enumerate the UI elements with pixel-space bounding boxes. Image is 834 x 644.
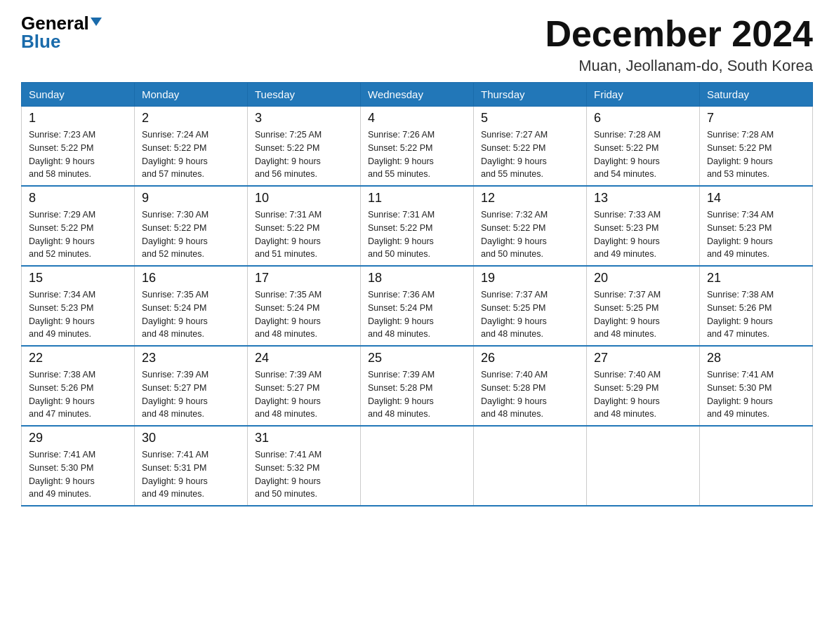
logo-general-text: General [21,14,89,32]
day-number: 20 [594,271,692,286]
day-number: 25 [368,351,466,365]
day-info: Sunrise: 7:32 AM Sunset: 5:22 PM Dayligh… [481,208,579,261]
day-number: 18 [368,271,466,286]
header-friday: Friday [587,83,700,107]
day-info: Sunrise: 7:39 AM Sunset: 5:28 PM Dayligh… [368,368,466,421]
calendar-cell: 23 Sunrise: 7:39 AM Sunset: 5:27 PM Dayl… [135,346,248,426]
calendar-cell: 20 Sunrise: 7:37 AM Sunset: 5:25 PM Dayl… [587,266,700,346]
subtitle: Muan, Jeollanam-do, South Korea [545,57,813,75]
day-info: Sunrise: 7:28 AM Sunset: 5:22 PM Dayligh… [594,128,692,181]
main-title: December 2024 [545,14,813,54]
week-row-2: 8 Sunrise: 7:29 AM Sunset: 5:22 PM Dayli… [22,186,813,266]
day-number: 28 [707,351,805,365]
day-info: Sunrise: 7:38 AM Sunset: 5:26 PM Dayligh… [29,368,127,421]
day-info: Sunrise: 7:29 AM Sunset: 5:22 PM Dayligh… [29,208,127,261]
day-number: 3 [255,111,353,126]
day-info: Sunrise: 7:41 AM Sunset: 5:30 PM Dayligh… [29,448,127,501]
logo-blue-text: Blue [21,32,60,51]
week-row-5: 29 Sunrise: 7:41 AM Sunset: 5:30 PM Dayl… [22,426,813,506]
day-info: Sunrise: 7:30 AM Sunset: 5:22 PM Dayligh… [142,208,240,261]
day-number: 14 [707,191,805,206]
day-info: Sunrise: 7:33 AM Sunset: 5:23 PM Dayligh… [594,208,692,261]
day-number: 21 [707,271,805,286]
calendar-cell: 14 Sunrise: 7:34 AM Sunset: 5:23 PM Dayl… [700,186,813,266]
day-info: Sunrise: 7:24 AM Sunset: 5:22 PM Dayligh… [142,128,240,181]
calendar-cell: 11 Sunrise: 7:31 AM Sunset: 5:22 PM Dayl… [361,186,474,266]
day-number: 24 [255,351,353,365]
header-thursday: Thursday [474,83,587,107]
calendar-cell: 1 Sunrise: 7:23 AM Sunset: 5:22 PM Dayli… [22,107,135,187]
calendar-cell: 19 Sunrise: 7:37 AM Sunset: 5:25 PM Dayl… [474,266,587,346]
day-info: Sunrise: 7:37 AM Sunset: 5:25 PM Dayligh… [481,288,579,341]
calendar-cell: 18 Sunrise: 7:36 AM Sunset: 5:24 PM Dayl… [361,266,474,346]
day-info: Sunrise: 7:23 AM Sunset: 5:22 PM Dayligh… [29,128,127,181]
day-number: 31 [255,431,353,445]
day-info: Sunrise: 7:39 AM Sunset: 5:27 PM Dayligh… [255,368,353,421]
day-info: Sunrise: 7:35 AM Sunset: 5:24 PM Dayligh… [142,288,240,341]
page-header: General Blue December 2024 Muan, Jeollan… [21,14,813,75]
calendar-cell: 10 Sunrise: 7:31 AM Sunset: 5:22 PM Dayl… [248,186,361,266]
day-number: 4 [368,111,466,126]
calendar-cell: 22 Sunrise: 7:38 AM Sunset: 5:26 PM Dayl… [22,346,135,426]
calendar-cell: 15 Sunrise: 7:34 AM Sunset: 5:23 PM Dayl… [22,266,135,346]
day-number: 9 [142,191,240,206]
calendar-cell [474,426,587,506]
calendar-cell: 2 Sunrise: 7:24 AM Sunset: 5:22 PM Dayli… [135,107,248,187]
day-info: Sunrise: 7:41 AM Sunset: 5:32 PM Dayligh… [255,448,353,501]
calendar-cell: 13 Sunrise: 7:33 AM Sunset: 5:23 PM Dayl… [587,186,700,266]
calendar-cell: 5 Sunrise: 7:27 AM Sunset: 5:22 PM Dayli… [474,107,587,187]
calendar-cell: 8 Sunrise: 7:29 AM Sunset: 5:22 PM Dayli… [22,186,135,266]
calendar-cell: 28 Sunrise: 7:41 AM Sunset: 5:30 PM Dayl… [700,346,813,426]
week-row-3: 15 Sunrise: 7:34 AM Sunset: 5:23 PM Dayl… [22,266,813,346]
day-number: 5 [481,111,579,126]
day-info: Sunrise: 7:27 AM Sunset: 5:22 PM Dayligh… [481,128,579,181]
header-tuesday: Tuesday [248,83,361,107]
calendar-cell: 24 Sunrise: 7:39 AM Sunset: 5:27 PM Dayl… [248,346,361,426]
day-info: Sunrise: 7:39 AM Sunset: 5:27 PM Dayligh… [142,368,240,421]
calendar-cell: 7 Sunrise: 7:28 AM Sunset: 5:22 PM Dayli… [700,107,813,187]
day-number: 27 [594,351,692,365]
day-info: Sunrise: 7:25 AM Sunset: 5:22 PM Dayligh… [255,128,353,181]
day-number: 17 [255,271,353,286]
day-number: 22 [29,351,127,365]
day-number: 19 [481,271,579,286]
header-row: SundayMondayTuesdayWednesdayThursdayFrid… [22,83,813,107]
day-number: 23 [142,351,240,365]
calendar-cell: 12 Sunrise: 7:32 AM Sunset: 5:22 PM Dayl… [474,186,587,266]
calendar-cell: 6 Sunrise: 7:28 AM Sunset: 5:22 PM Dayli… [587,107,700,187]
day-info: Sunrise: 7:35 AM Sunset: 5:24 PM Dayligh… [255,288,353,341]
day-number: 2 [142,111,240,126]
calendar-cell: 27 Sunrise: 7:40 AM Sunset: 5:29 PM Dayl… [587,346,700,426]
calendar-cell [587,426,700,506]
title-block: December 2024 Muan, Jeollanam-do, South … [545,14,813,75]
day-number: 29 [29,431,127,445]
day-info: Sunrise: 7:31 AM Sunset: 5:22 PM Dayligh… [368,208,466,261]
day-info: Sunrise: 7:41 AM Sunset: 5:31 PM Dayligh… [142,448,240,501]
day-info: Sunrise: 7:37 AM Sunset: 5:25 PM Dayligh… [594,288,692,341]
day-info: Sunrise: 7:38 AM Sunset: 5:26 PM Dayligh… [707,288,805,341]
calendar-cell: 9 Sunrise: 7:30 AM Sunset: 5:22 PM Dayli… [135,186,248,266]
calendar-cell: 4 Sunrise: 7:26 AM Sunset: 5:22 PM Dayli… [361,107,474,187]
calendar-cell: 3 Sunrise: 7:25 AM Sunset: 5:22 PM Dayli… [248,107,361,187]
calendar-cell [700,426,813,506]
day-info: Sunrise: 7:36 AM Sunset: 5:24 PM Dayligh… [368,288,466,341]
day-info: Sunrise: 7:31 AM Sunset: 5:22 PM Dayligh… [255,208,353,261]
day-info: Sunrise: 7:26 AM Sunset: 5:22 PM Dayligh… [368,128,466,181]
day-number: 6 [594,111,692,126]
day-number: 11 [368,191,466,206]
logo: General Blue [21,14,102,51]
week-row-1: 1 Sunrise: 7:23 AM Sunset: 5:22 PM Dayli… [22,107,813,187]
calendar-table: SundayMondayTuesdayWednesdayThursdayFrid… [21,82,813,507]
calendar-cell: 21 Sunrise: 7:38 AM Sunset: 5:26 PM Dayl… [700,266,813,346]
logo-triangle-icon [91,18,102,26]
calendar-cell [361,426,474,506]
calendar-cell: 29 Sunrise: 7:41 AM Sunset: 5:30 PM Dayl… [22,426,135,506]
day-number: 30 [142,431,240,445]
header-monday: Monday [135,83,248,107]
day-number: 13 [594,191,692,206]
calendar-cell: 16 Sunrise: 7:35 AM Sunset: 5:24 PM Dayl… [135,266,248,346]
day-number: 12 [481,191,579,206]
day-number: 15 [29,271,127,286]
day-info: Sunrise: 7:34 AM Sunset: 5:23 PM Dayligh… [707,208,805,261]
header-saturday: Saturday [700,83,813,107]
